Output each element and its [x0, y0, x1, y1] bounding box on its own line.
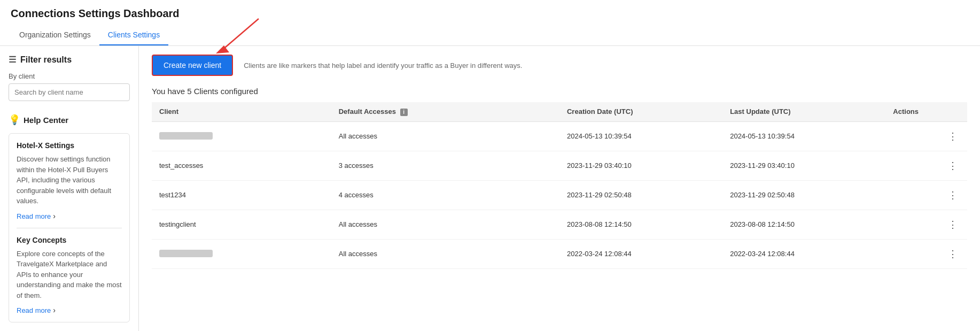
svg-marker-1	[216, 45, 229, 53]
cell-creation: 2023-08-08 12:14:50	[559, 210, 722, 239]
table-row: ██████████All accesses2024-05-13 10:39:5…	[152, 121, 967, 151]
cell-actions: ⋮	[885, 121, 967, 151]
cell-creation: 2024-05-13 10:39:54	[559, 121, 722, 151]
cell-update: 2022-03-24 12:08:44	[722, 239, 885, 268]
table-row: testingclientAll accesses2023-08-08 12:1…	[152, 210, 967, 239]
col-header-actions: Actions	[885, 102, 967, 121]
cell-client: ██████████	[152, 121, 331, 151]
cell-creation: 2023-11-29 03:40:10	[559, 151, 722, 180]
cell-creation: 2022-03-24 12:08:44	[559, 239, 722, 268]
info-icon-accesses[interactable]: i	[400, 109, 408, 116]
cell-update: 2023-08-08 12:14:50	[722, 210, 885, 239]
bulb-icon: 💡	[9, 114, 20, 126]
action-menu-button[interactable]: ⋮	[946, 246, 960, 262]
sidebar: ☰ Filter results By client 💡 Help Center…	[0, 46, 139, 331]
table-row: test12344 accesses2023-11-29 02:50:48202…	[152, 180, 967, 210]
col-header-creation: Creation Date (UTC)	[559, 102, 722, 121]
tabs-container: Organization Settings Clients Settings	[11, 25, 969, 45]
cell-actions: ⋮	[885, 180, 967, 210]
help-card-hotel-x-title: Hotel-X Settings	[17, 141, 122, 150]
action-menu-button[interactable]: ⋮	[946, 128, 960, 144]
cell-update: 2023-11-29 02:50:48	[722, 180, 885, 210]
table-row: test_accesses3 accesses2023-11-29 03:40:…	[152, 151, 967, 180]
col-header-update: Last Update (UTC)	[722, 102, 885, 121]
cell-client: test1234	[152, 180, 331, 210]
help-center-title: 💡 Help Center	[9, 114, 130, 126]
page-title: Connections Settings Dashboard	[11, 7, 969, 20]
action-menu-button[interactable]: ⋮	[946, 217, 960, 233]
tab-clients-settings[interactable]: Clients Settings	[99, 25, 168, 45]
content-top: Create new client Clients are like marke…	[152, 55, 967, 76]
read-more-key-concepts[interactable]: Read more	[17, 306, 51, 314]
table-header-row: Client Default Accesses i Creation Date …	[152, 102, 967, 121]
create-new-client-button[interactable]: Create new client	[152, 55, 233, 76]
cell-client: test_accesses	[152, 151, 331, 180]
cell-accesses: All accesses	[331, 121, 559, 151]
cell-client: testingclient	[152, 210, 331, 239]
main-layout: ☰ Filter results By client 💡 Help Center…	[0, 46, 980, 331]
cell-actions: ⋮	[885, 210, 967, 239]
cell-client: ██████████	[152, 239, 331, 268]
read-more-hotel-x[interactable]: Read more	[17, 212, 51, 220]
col-header-client: Client	[152, 102, 331, 121]
clients-count: You have 5 Clients configured	[152, 87, 967, 96]
cell-creation: 2023-11-29 02:50:48	[559, 180, 722, 210]
help-card-key-concepts-title: Key Concepts	[17, 236, 122, 244]
cell-accesses: All accesses	[331, 239, 559, 268]
clients-table: Client Default Accesses i Creation Date …	[152, 102, 967, 269]
cell-update: 2024-05-13 10:39:54	[722, 121, 885, 151]
cell-accesses: 4 accesses	[331, 180, 559, 210]
read-more-arrow-1: ›	[53, 212, 56, 220]
help-card-hotel-x-text: Discover how settings function within th…	[17, 154, 122, 206]
search-input[interactable]	[9, 83, 130, 101]
cell-accesses: 3 accesses	[331, 151, 559, 180]
blurred-client-name: ██████████	[159, 250, 213, 257]
page-header: Connections Settings Dashboard Organizat…	[0, 0, 980, 46]
action-menu-button[interactable]: ⋮	[946, 187, 960, 203]
col-header-accesses: Default Accesses i	[331, 102, 559, 121]
blurred-client-name: ██████████	[159, 132, 213, 140]
by-client-label: By client	[9, 72, 130, 80]
help-card-key-concepts-text: Explore core concepts of the TravelgateX…	[17, 249, 122, 301]
help-divider	[17, 228, 122, 228]
action-menu-button[interactable]: ⋮	[946, 158, 960, 174]
tab-organization-settings[interactable]: Organization Settings	[11, 25, 99, 45]
help-center: 💡 Help Center Hotel-X Settings Discover …	[9, 114, 130, 322]
cell-update: 2023-11-29 03:40:10	[722, 151, 885, 180]
cell-actions: ⋮	[885, 151, 967, 180]
filter-title: Filter results	[20, 55, 72, 65]
cell-actions: ⋮	[885, 239, 967, 268]
help-card-hotel-x: Hotel-X Settings Discover how settings f…	[9, 133, 130, 322]
filter-header: ☰ Filter results	[9, 55, 130, 65]
filter-icon: ☰	[9, 55, 16, 65]
content-area: Create new client Clients are like marke…	[139, 46, 980, 331]
read-more-arrow-2: ›	[53, 306, 56, 314]
cell-accesses: All accesses	[331, 210, 559, 239]
clients-description: Clients are like markers that help label…	[244, 61, 522, 70]
table-row: ██████████All accesses2022-03-24 12:08:4…	[152, 239, 967, 268]
